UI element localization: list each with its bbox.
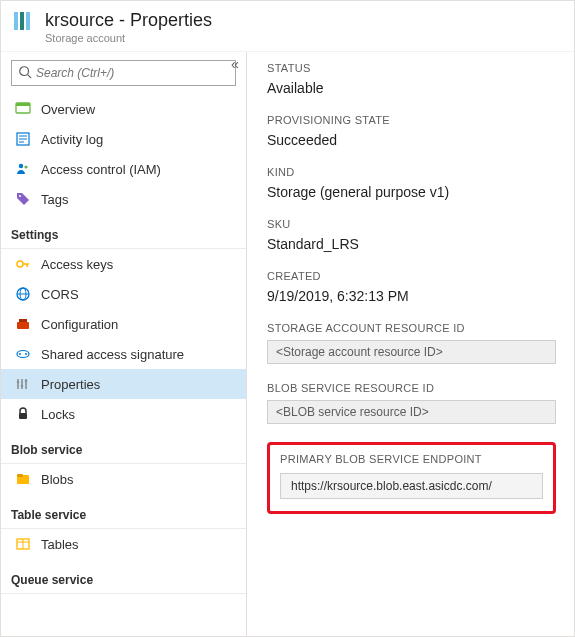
status-label: STATUS: [267, 62, 556, 74]
sidebar-item-activity-log[interactable]: Activity log: [1, 124, 246, 154]
sidebar-item-label: Tables: [41, 537, 79, 552]
sidebar-item-label: Properties: [41, 377, 100, 392]
sidebar-item-access-keys[interactable]: Access keys: [1, 249, 246, 279]
svg-rect-2: [26, 12, 30, 30]
sidebar-item-properties[interactable]: Properties: [1, 369, 246, 399]
sidebar-item-label: CORS: [41, 287, 79, 302]
svg-rect-0: [14, 12, 18, 30]
blob-endpoint-label: PRIMARY BLOB SERVICE ENDPOINT: [280, 453, 543, 465]
svg-rect-1: [20, 12, 24, 30]
resource-type: Storage account: [45, 31, 212, 45]
sidebar-item-tables[interactable]: Tables: [1, 529, 246, 559]
key-icon: [15, 256, 31, 272]
sas-icon: [15, 346, 31, 362]
svg-point-12: [24, 165, 27, 168]
sidebar-item-access-control[interactable]: Access control (IAM): [1, 154, 246, 184]
svg-point-30: [25, 380, 28, 383]
status-value: Available: [267, 80, 556, 96]
highlight-primary-blob-endpoint: PRIMARY BLOB SERVICE ENDPOINT https://kr…: [267, 442, 556, 514]
field-resource-id: STORAGE ACCOUNT RESOURCE ID <Storage acc…: [267, 322, 556, 364]
svg-point-3: [20, 66, 29, 75]
sidebar-item-locks[interactable]: Locks: [1, 399, 246, 429]
field-created: CREATED 9/19/2019, 6:32:13 PM: [267, 270, 556, 304]
properties-icon: [15, 376, 31, 392]
sidebar-item-overview[interactable]: Overview: [1, 94, 246, 124]
svg-point-11: [19, 164, 23, 168]
svg-point-14: [17, 261, 23, 267]
sidebar-item-tags[interactable]: Tags: [1, 184, 246, 214]
page-title: krsource - Properties: [45, 9, 212, 31]
properties-pane: STATUS Available PROVISIONING STATE Succ…: [247, 52, 574, 636]
svg-point-23: [19, 353, 21, 355]
overview-icon: [15, 101, 31, 117]
storage-account-icon: [11, 9, 35, 36]
field-provisioning: PROVISIONING STATE Succeeded: [267, 114, 556, 148]
kind-label: KIND: [267, 166, 556, 178]
sidebar-item-label: Access control (IAM): [41, 162, 161, 177]
group-blob-service: Blob service: [1, 433, 246, 464]
activity-log-icon: [15, 131, 31, 147]
field-sku: SKU Standard_LRS: [267, 218, 556, 252]
svg-rect-33: [17, 474, 23, 477]
svg-point-29: [21, 385, 24, 388]
blob-resource-id-label: BLOB SERVICE RESOURCE ID: [267, 382, 556, 394]
kind-value: Storage (general purpose v1): [267, 184, 556, 200]
field-status: STATUS Available: [267, 62, 556, 96]
sidebar-item-label: Shared access signature: [41, 347, 184, 362]
sidebar: « Overview Activity log Access control (…: [1, 52, 247, 636]
svg-point-24: [25, 353, 27, 355]
search-input-wrap[interactable]: [11, 60, 236, 86]
sidebar-item-sas[interactable]: Shared access signature: [1, 339, 246, 369]
resource-id-label: STORAGE ACCOUNT RESOURCE ID: [267, 322, 556, 334]
sidebar-item-label: Locks: [41, 407, 75, 422]
svg-rect-21: [19, 319, 27, 322]
header: krsource - Properties Storage account: [1, 1, 574, 52]
tables-icon: [15, 536, 31, 552]
configuration-icon: [15, 316, 31, 332]
group-queue-service: Queue service: [1, 563, 246, 594]
search-input[interactable]: [32, 64, 229, 82]
sidebar-item-label: Tags: [41, 192, 68, 207]
provisioning-value: Succeeded: [267, 132, 556, 148]
svg-point-22: [17, 351, 29, 358]
resource-id-value[interactable]: <Storage account resource ID>: [267, 340, 556, 364]
cors-icon: [15, 286, 31, 302]
iam-icon: [15, 161, 31, 177]
search-icon: [18, 65, 32, 82]
svg-rect-6: [16, 103, 30, 106]
lock-icon: [15, 406, 31, 422]
blob-resource-id-value[interactable]: <BLOB service resource ID>: [267, 400, 556, 424]
tags-icon: [15, 191, 31, 207]
sidebar-item-cors[interactable]: CORS: [1, 279, 246, 309]
provisioning-label: PROVISIONING STATE: [267, 114, 556, 126]
sidebar-item-label: Access keys: [41, 257, 113, 272]
group-table-service: Table service: [1, 498, 246, 529]
created-value: 9/19/2019, 6:32:13 PM: [267, 288, 556, 304]
sidebar-item-label: Overview: [41, 102, 95, 117]
svg-rect-20: [17, 322, 29, 329]
blob-endpoint-value[interactable]: https://krsource.blob.east.asicdc.com/: [280, 473, 543, 499]
field-kind: KIND Storage (general purpose v1): [267, 166, 556, 200]
group-settings: Settings: [1, 218, 246, 249]
sidebar-item-label: Activity log: [41, 132, 103, 147]
svg-line-4: [28, 74, 32, 78]
sku-value: Standard_LRS: [267, 236, 556, 252]
sidebar-item-blobs[interactable]: Blobs: [1, 464, 246, 494]
sidebar-item-label: Blobs: [41, 472, 74, 487]
created-label: CREATED: [267, 270, 556, 282]
svg-point-28: [17, 381, 20, 384]
sidebar-item-configuration[interactable]: Configuration: [1, 309, 246, 339]
sidebar-item-label: Configuration: [41, 317, 118, 332]
blobs-icon: [15, 471, 31, 487]
svg-rect-31: [19, 413, 27, 419]
collapse-sidebar-button[interactable]: «: [226, 56, 244, 74]
sku-label: SKU: [267, 218, 556, 230]
svg-point-13: [19, 195, 21, 197]
field-blob-resource-id: BLOB SERVICE RESOURCE ID <BLOB service r…: [267, 382, 556, 424]
